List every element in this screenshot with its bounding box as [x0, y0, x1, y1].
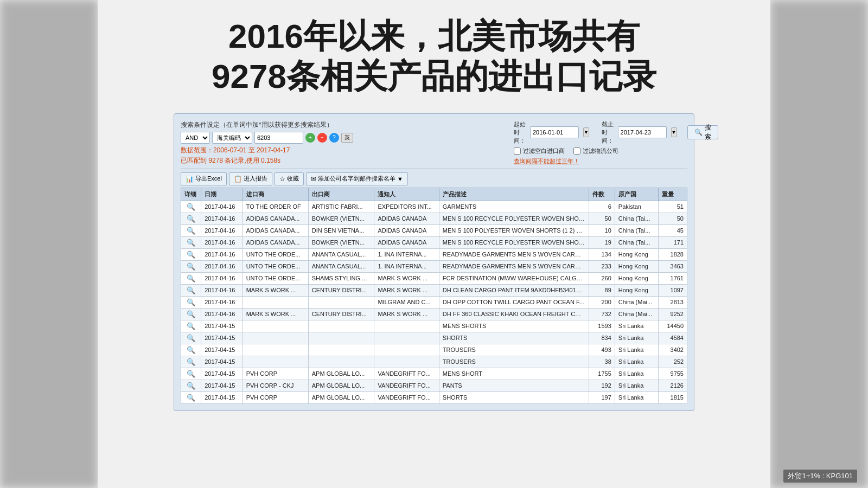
end-date-picker-btn[interactable]: ▼ — [671, 127, 677, 137]
page-title: 2016年以来，北美市场共有 9278条相关产品的进出口记录 — [201, 0, 667, 108]
magnify-icon[interactable]: 🔍 — [187, 203, 195, 211]
exporter-cell: ANANTA CASUAL... — [308, 260, 374, 272]
filter-logistics-checkbox[interactable] — [573, 147, 580, 155]
desc-cell: FCR DESTINATION (MWW WAREHOUSE) CALGA... — [439, 272, 589, 284]
detail-cell[interactable]: 🔍 — [181, 344, 201, 356]
keyword-input[interactable] — [254, 132, 303, 144]
detail-cell[interactable]: 🔍 — [181, 260, 201, 272]
search-left: 搜索条件设定（在单词中加*用以获得更多搜索结果） AND OR 海关编码 + −… — [181, 120, 514, 165]
remove-btn[interactable]: − — [317, 133, 327, 143]
filter-importer-checkbox[interactable] — [514, 147, 521, 155]
warning-text: 查询间隔不能超过三年！ — [514, 157, 687, 165]
main-content: 2016年以来，北美市场共有 9278条相关产品的进出口记录 搜索条件设定（在单… — [98, 0, 770, 488]
magnify-icon[interactable]: 🔍 — [187, 334, 195, 342]
col-exporter-header: 出口商 — [308, 188, 374, 201]
end-date-input[interactable] — [618, 126, 667, 138]
date-cell: 2017-04-15 — [201, 344, 242, 356]
desc-cell: DH CLEAN CARGO PANT ITEM 9AXDDHFB3401C .… — [439, 284, 589, 296]
filter-logistics-label[interactable]: 过滤物流公司 — [573, 147, 618, 155]
magnify-icon[interactable]: 🔍 — [187, 227, 195, 235]
detail-cell[interactable]: 🔍 — [181, 236, 201, 248]
table-body: 🔍 2017-04-16 TO THE ORDER OF ARTISTIC FA… — [181, 201, 687, 403]
exporter-cell: CENTURY DISTRI... — [308, 284, 374, 296]
magnify-icon[interactable]: 🔍 — [187, 370, 195, 378]
detail-cell[interactable]: 🔍 — [181, 368, 201, 380]
start-date-input[interactable] — [530, 126, 579, 138]
origin-cell: Hong Kong — [615, 284, 658, 296]
info-btn[interactable]: ? — [329, 133, 339, 143]
detail-cell[interactable]: 🔍 — [181, 272, 201, 284]
desc-cell: MENS SHORTS — [439, 320, 589, 332]
table-row: 🔍 2017-04-15 PVH CORP APM GLOBAL LO... V… — [181, 368, 687, 380]
col-date-header: 日期 — [201, 188, 242, 201]
start-date-picker-btn[interactable]: ▼ — [583, 127, 589, 137]
magnify-icon[interactable]: 🔍 — [187, 262, 195, 271]
notifier-cell: ADIDAS CANADA — [374, 213, 439, 224]
desc-cell: READYMADE GARMENTS MEN S WOVEN CARGO ... — [439, 248, 589, 260]
magnify-icon[interactable]: 🔍 — [187, 310, 195, 318]
exporter-cell: BOWKER (VIETN... — [308, 213, 374, 224]
detail-cell[interactable]: 🔍 — [181, 224, 201, 236]
magnify-icon[interactable]: 🔍 — [187, 346, 195, 354]
detail-cell[interactable]: 🔍 — [181, 213, 201, 224]
add-email-btn[interactable]: ✉ 添加公司名字到邮件搜索名单 ▼ — [306, 172, 408, 185]
col-weight-header: 重量 — [658, 188, 687, 201]
table-row: 🔍 2017-04-16 ADIDAS CANADA... DIN SEN VI… — [181, 224, 687, 236]
collect-btn[interactable]: ☆ 收藏 — [275, 172, 304, 185]
weight-cell: 1761 — [658, 272, 687, 284]
magnify-icon[interactable]: 🔍 — [187, 394, 195, 402]
detail-cell[interactable]: 🔍 — [181, 320, 201, 332]
collect-icon: ☆ — [279, 175, 285, 183]
importer-cell: UNTO THE ORDE... — [242, 272, 308, 284]
importer-cell: TO THE ORDER OF — [242, 201, 308, 213]
search-top: 搜索条件设定（在单词中加*用以获得更多搜索结果） AND OR 海关编码 + −… — [181, 120, 687, 165]
search-icon: 🔍 — [694, 129, 703, 136]
weight-cell: 2126 — [658, 380, 687, 391]
date-cell: 2017-04-16 — [201, 308, 242, 320]
magnify-icon[interactable]: 🔍 — [187, 215, 195, 223]
detail-cell[interactable]: 🔍 — [181, 332, 201, 344]
detail-cell[interactable]: 🔍 — [181, 356, 201, 368]
detail-cell[interactable]: 🔍 — [181, 201, 201, 213]
lang-btn[interactable]: 英 — [341, 133, 353, 143]
table-row: 🔍 2017-04-16 UNTO THE ORDE... ANANTA CAS… — [181, 248, 687, 260]
pieces-cell: 493 — [589, 344, 615, 356]
magnify-icon[interactable]: 🔍 — [187, 274, 195, 282]
notifier-cell: EXPEDITORS INT... — [374, 201, 439, 213]
detail-cell[interactable]: 🔍 — [181, 380, 201, 391]
magnify-icon[interactable]: 🔍 — [187, 298, 195, 306]
detail-cell[interactable]: 🔍 — [181, 391, 201, 403]
field-select[interactable]: 海关编码 — [212, 132, 252, 144]
desc-cell: MEN S 100 RECYCLE POLYESTER WOVEN SHOR..… — [439, 236, 589, 248]
exporter-cell: APM GLOBAL LO... — [308, 391, 374, 403]
operator-select[interactable]: AND OR — [181, 132, 210, 144]
origin-cell: Sri Lanka — [615, 380, 658, 391]
filter-importer-label[interactable]: 过滤空白进口商 — [514, 147, 565, 155]
pieces-cell: 6 — [589, 201, 615, 213]
magnify-icon[interactable]: 🔍 — [187, 286, 195, 294]
title-line1: 2016年以来，北美市场共有 — [212, 16, 656, 56]
table-header-row: 详细 日期 进口商 出口商 通知人 产品描述 件数 原产国 重量 — [181, 188, 687, 201]
search-button[interactable]: 🔍 搜索 — [687, 125, 718, 139]
notifier-cell: VANDEGRIFT FO... — [374, 380, 439, 391]
table-row: 🔍 2017-04-16 MARK S WORK ... CENTURY DIS… — [181, 308, 687, 320]
export-excel-btn[interactable]: 📊 导出Excel — [181, 172, 227, 185]
detail-cell[interactable]: 🔍 — [181, 284, 201, 296]
magnify-icon[interactable]: 🔍 — [187, 382, 195, 390]
origin-cell: China (Tai... — [615, 213, 658, 224]
exporter-cell: CENTURY DISTRI... — [308, 308, 374, 320]
magnify-icon[interactable]: 🔍 — [187, 239, 195, 247]
pieces-cell: 1755 — [589, 368, 615, 380]
detail-cell[interactable]: 🔍 — [181, 308, 201, 320]
data-table: 详细 日期 进口商 出口商 通知人 产品描述 件数 原产国 重量 🔍 2017-… — [181, 188, 687, 404]
detail-cell[interactable]: 🔍 — [181, 248, 201, 260]
notifier-cell: MARK S WORK ... — [374, 272, 439, 284]
magnify-icon[interactable]: 🔍 — [187, 358, 195, 366]
detail-cell[interactable]: 🔍 — [181, 296, 201, 308]
add-btn[interactable]: + — [305, 133, 315, 143]
desc-cell: PANTS — [439, 380, 589, 391]
magnify-icon[interactable]: 🔍 — [187, 251, 195, 259]
magnify-icon[interactable]: 🔍 — [187, 322, 195, 330]
importer-cell: ADIDAS CANADA... — [242, 236, 308, 248]
enter-report-btn[interactable]: 📋 进入报告 — [229, 172, 272, 185]
